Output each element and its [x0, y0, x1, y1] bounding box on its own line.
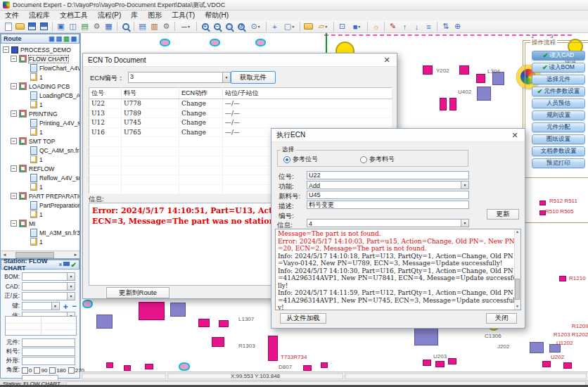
tree-group[interactable]: −MI [1, 219, 79, 228]
line-style-icon[interactable]: ─▾ [177, 21, 194, 32]
angle-0-checkbox[interactable] [22, 367, 28, 374]
save-file-icon[interactable] [26, 21, 38, 32]
workflow-step-button[interactable]: ✔读入CAD [532, 51, 585, 61]
print-preview-icon[interactable] [120, 21, 132, 32]
side-select[interactable]: ▼ [22, 292, 75, 300]
menu-item[interactable]: 图形 [143, 11, 167, 20]
expander-icon[interactable]: − [11, 220, 17, 227]
zoom-in-icon[interactable]: + [199, 21, 211, 32]
doc-import-icon[interactable]: ▥ [148, 21, 160, 32]
new-pn-input[interactable]: U45 [307, 191, 469, 199]
update-to-route-button[interactable]: 更新到Route [106, 287, 170, 298]
tree-root[interactable]: −PROCESS_DEMO [1, 45, 79, 54]
function-select[interactable]: Add▼ [307, 181, 469, 189]
close-icon[interactable]: ✕ [510, 131, 520, 140]
column-header[interactable]: 料号 [122, 88, 179, 99]
key-select[interactable]: ▼ [22, 302, 60, 310]
tree-count[interactable]: −1 [1, 182, 79, 191]
refresh-view-icon[interactable]: ▣ [55, 21, 67, 32]
expander-icon[interactable]: − [11, 193, 17, 199]
expander-icon[interactable]: − [11, 138, 17, 144]
ref-partnumber-radio[interactable]: 参考料号 [360, 155, 395, 164]
menu-item[interactable]: 库 [126, 11, 143, 20]
column-header[interactable]: 位号 [89, 88, 122, 99]
tree-doc[interactable]: −MI_A3M_sn.fr3 [1, 228, 79, 237]
expander-icon[interactable]: − [3, 46, 9, 53]
remove-key-icon[interactable]: − [72, 303, 77, 310]
layer-list-icon[interactable]: ≡ [423, 21, 435, 32]
ecn-dialog-titlebar[interactable]: ECN To Document ✕ [83, 53, 397, 67]
tree-doc[interactable]: −Reflow_A4V_sn.fr. [1, 173, 79, 182]
highlight-bulb-icon[interactable]: ☼ [370, 21, 382, 32]
get-parts-button[interactable]: 获取元件 [231, 71, 276, 84]
expander-icon[interactable]: − [11, 83, 17, 89]
close-button[interactable]: 关闭 [486, 313, 517, 324]
column-header[interactable]: ECN动作 [179, 88, 223, 99]
ecn-table-row[interactable]: U13U789Change—/— [89, 108, 392, 118]
description-input[interactable]: 料号变更 [307, 201, 469, 209]
select-mode-icon[interactable]: ▢▾ [281, 21, 298, 32]
expander-icon[interactable]: − [11, 110, 17, 117]
ecn-table-row[interactable]: U22U778Change—/— [89, 99, 392, 109]
tree-group[interactable]: −PRINTING [1, 109, 79, 118]
exec-log-box[interactable]: Message=The part is not found.Error: 202… [275, 229, 521, 310]
number-select[interactable]: 4▼ [307, 219, 469, 227]
workflow-step-button[interactable]: 图纸设置 [532, 134, 585, 144]
pn-input[interactable] [22, 348, 75, 356]
menu-item[interactable]: 文档工具 [55, 11, 93, 20]
menu-item[interactable]: 帮助(H) [200, 11, 234, 20]
exec-log-scrollbar[interactable]: ▲ ▼ [514, 229, 520, 310]
report-doc-icon[interactable]: ▤ [79, 21, 91, 32]
grid-view-icon[interactable]: ▦ [103, 21, 115, 32]
tree-group[interactable]: −FLOW CHART [1, 54, 79, 63]
menu-item[interactable]: 流程库 [24, 11, 55, 20]
new-file-icon[interactable] [2, 21, 14, 32]
settings-gear-icon[interactable]: ⚙ [91, 21, 103, 32]
tree-count[interactable]: −1 [1, 210, 79, 219]
collapse-chevrons-icon[interactable]: » [56, 262, 63, 266]
ref-designator-radio[interactable]: 参考位号 [283, 155, 318, 164]
panel-print-icon[interactable]: ▥ [63, 36, 70, 42]
shape-select-icon[interactable]: ■▾ [348, 21, 365, 32]
angle-270-checkbox[interactable] [68, 367, 75, 374]
tree-group[interactable]: −REFLOW [1, 164, 79, 173]
part-input[interactable] [22, 338, 75, 347]
tree-doc[interactable]: −FlowChart_A4V_sn. [1, 63, 79, 72]
workflow-step-button[interactable]: 预览打印 [532, 158, 585, 168]
tree-count[interactable]: −1 [1, 100, 79, 109]
tree-count[interactable]: −1 [1, 127, 79, 137]
angle-90-checkbox[interactable] [34, 367, 40, 374]
shape-input[interactable] [22, 357, 75, 365]
zoom-window-icon[interactable]: □ [223, 21, 235, 32]
panel-window-icon[interactable]: ▣ [49, 36, 55, 42]
scroll-up-icon[interactable]: ▲ [515, 229, 520, 235]
tree-count[interactable]: −1 [1, 72, 79, 82]
close-icon[interactable]: ✕ [382, 56, 392, 65]
ecn-table-row[interactable]: U12U745Change—/— [89, 118, 392, 128]
draw-pencil-icon[interactable]: ✎ [387, 21, 399, 32]
apply-check-icon[interactable]: ✔ [71, 261, 77, 269]
zoom-all-icon[interactable]: ↺ [235, 21, 247, 32]
menu-item[interactable]: 工具(T) [167, 11, 200, 20]
options-gear-icon[interactable]: ⚙ [160, 21, 172, 32]
library-select-icon[interactable]: ▱▾ [314, 21, 331, 32]
workflow-step-button[interactable]: 元件分配 [532, 122, 585, 132]
open-file-icon[interactable] [14, 21, 26, 32]
tree-doc[interactable]: −LoadingPCB_A4V_s. [1, 91, 79, 100]
move-down-icon[interactable]: ↓ [411, 21, 423, 32]
angle-180-checkbox[interactable] [49, 367, 56, 374]
update-button[interactable]: 更新 [487, 209, 519, 220]
expander-icon[interactable]: − [11, 165, 17, 172]
exec-dialog-titlebar[interactable]: 执行ECN ✕ [271, 129, 525, 142]
workflow-step-button[interactable]: 文档参数设置 [532, 146, 585, 156]
menu-item[interactable]: 文件 [0, 11, 24, 20]
tree-group[interactable]: −LOADING PCB [1, 82, 79, 91]
tree-doc[interactable]: −QC_A4M_sn.fr3 [1, 146, 79, 155]
library-folder-icon[interactable] [302, 21, 314, 32]
scroll-right-icon[interactable]: ► [72, 253, 79, 257]
tree-group[interactable]: −PART PREPARATION [1, 191, 79, 201]
workflow-step-button[interactable]: 选择元件 [532, 75, 585, 84]
menu-item[interactable]: 流程(P) [93, 11, 126, 20]
zoom-out-icon[interactable]: − [211, 21, 223, 32]
pan-tool-icon[interactable]: + [269, 21, 281, 32]
